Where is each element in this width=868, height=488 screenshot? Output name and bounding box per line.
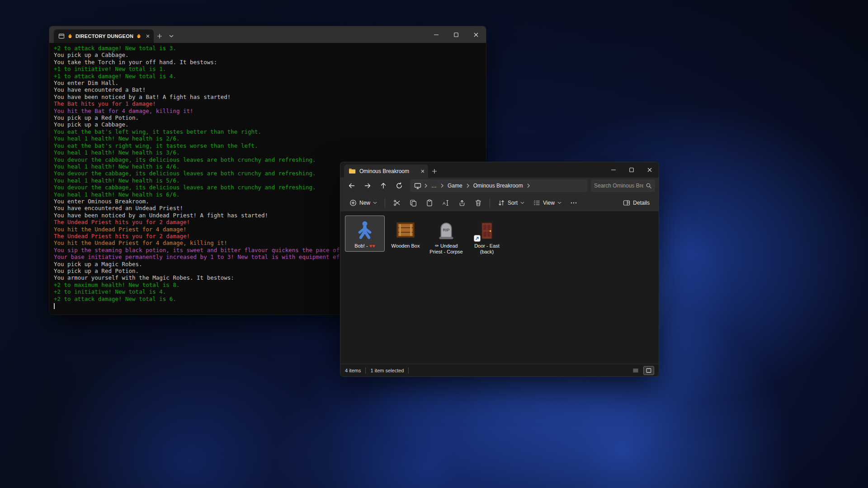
terminal-line: You pick up a Red Potion.: [54, 114, 481, 121]
chevron-right-icon: [424, 183, 428, 188]
file-item-label: Door - East (back): [468, 243, 505, 255]
close-icon: [647, 168, 652, 172]
terminal-app-icon: [58, 33, 65, 39]
close-icon: [146, 34, 150, 38]
file-item-label: ⚰ Undead Priest - Corpse: [428, 243, 465, 255]
terminal-tab-close-button[interactable]: [146, 34, 150, 38]
chevron-down-icon: [373, 202, 377, 204]
search-icon: [646, 183, 652, 189]
scissors-icon: [393, 199, 401, 206]
details-button[interactable]: Details: [619, 196, 653, 210]
plus-icon: [157, 34, 162, 38]
maximize-icon: [454, 33, 458, 37]
maximize-button[interactable]: [623, 162, 641, 178]
file-item-wooden-box[interactable]: Wooden Box: [386, 216, 425, 252]
close-button[interactable]: [466, 26, 486, 43]
rename-button[interactable]: A: [438, 196, 453, 210]
status-divider: [408, 367, 409, 374]
explorer-status-bar: 4 items 1 item selected: [340, 364, 659, 376]
terminal-line: You eat the bat's left wing, it tastes b…: [54, 128, 481, 135]
terminal-line: +1 to attack damage! New total is 4.: [54, 73, 481, 80]
status-view-toggles: [630, 366, 654, 375]
terminal-tab-dropdown-button[interactable]: [165, 29, 177, 43]
file-item-bob[interactable]: Bob! -♥♥: [345, 216, 385, 252]
view-icon: [533, 199, 540, 206]
terminal-titlebar[interactable]: DIRECTORY DUNGEON: [49, 26, 486, 43]
back-button[interactable]: [344, 179, 359, 192]
terminal-new-tab-button[interactable]: [154, 29, 165, 43]
paste-button[interactable]: [422, 196, 437, 210]
terminal-line: +2 to attack damage! New total is 3.: [54, 45, 481, 52]
folder-icon: [349, 168, 356, 174]
minimize-icon: [434, 33, 439, 37]
arrow-right-icon: [364, 182, 371, 189]
paste-icon: [426, 199, 433, 206]
flame-icon: [68, 33, 72, 39]
forward-button[interactable]: [360, 179, 375, 192]
copy-button[interactable]: [406, 196, 420, 210]
chevron-right-icon: [526, 183, 531, 188]
minimize-button[interactable]: [604, 162, 623, 178]
file-item-label: Bob! -♥♥: [354, 243, 375, 249]
sort-button[interactable]: Sort: [494, 196, 528, 210]
details-pane-icon: [623, 199, 630, 206]
chevron-right-icon: [466, 183, 470, 188]
cut-button[interactable]: [389, 196, 404, 210]
terminal-line: You have encountered a Bat!: [54, 86, 481, 93]
up-button[interactable]: [376, 179, 391, 192]
more-options-button[interactable]: [566, 196, 581, 210]
svg-text:RIP: RIP: [443, 228, 449, 232]
shortcut-arrow-badge: [474, 235, 480, 241]
explorer-tab[interactable]: Ominous Breakroom: [344, 164, 428, 178]
explorer-caption-buttons: [604, 162, 659, 178]
trash-icon: [475, 199, 482, 206]
details-view-toggle[interactable]: [630, 366, 641, 375]
selection-count: 1 item selected: [370, 368, 404, 373]
terminal-line: You pick up a Cabbage.: [54, 121, 481, 128]
terminal-cursor: [54, 303, 55, 309]
view-button[interactable]: View: [529, 196, 565, 210]
file-item-label: Wooden Box: [392, 243, 420, 249]
rename-icon: A: [442, 199, 449, 206]
copy-icon: [410, 199, 417, 206]
share-button[interactable]: [454, 196, 469, 210]
sort-button-label: Sort: [508, 200, 518, 206]
file-item-door-east[interactable]: Door - East (back): [467, 216, 507, 258]
close-icon: [474, 33, 478, 37]
search-input[interactable]: [594, 183, 643, 189]
share-icon: [458, 199, 466, 206]
chevron-down-icon: [169, 35, 174, 38]
chevron-down-icon: [557, 202, 561, 204]
terminal-tab[interactable]: DIRECTORY DUNGEON: [54, 29, 154, 43]
file-item-undead-priest-corpse[interactable]: RIP ⚰ Undead Priest - Corpse: [426, 216, 466, 258]
breadcrumb-segment-current[interactable]: Ominous Breakroom: [472, 183, 524, 189]
toolbar-divider: [385, 198, 385, 207]
refresh-icon: [396, 182, 403, 189]
maximize-icon: [629, 168, 634, 172]
explorer-new-tab-button[interactable]: [428, 164, 441, 178]
breadcrumb-device-button[interactable]: [414, 183, 422, 189]
breadcrumb-segment-game[interactable]: Game: [446, 183, 464, 189]
plus-circle-icon: [349, 199, 357, 206]
explorer-titlebar[interactable]: Ominous Breakroom: [340, 162, 659, 178]
monitor-icon: [414, 183, 421, 189]
close-button[interactable]: [641, 162, 659, 178]
arrow-up-icon: [380, 182, 387, 189]
minimize-button[interactable]: [426, 26, 446, 43]
large-icons-view-toggle[interactable]: [643, 366, 654, 375]
terminal-line: You heal 1 health! New health is 3/6.: [54, 149, 481, 156]
gravestone-icon: RIP: [435, 219, 458, 241]
explorer-tab-close-button[interactable]: [421, 169, 425, 173]
explorer-file-list: Bob! -♥♥ Wooden Box: [340, 212, 659, 364]
breadcrumb-overflow-button[interactable]: …: [430, 183, 438, 189]
maximize-button[interactable]: [446, 26, 466, 43]
thumbnail-view-icon: [646, 367, 652, 374]
refresh-button[interactable]: [392, 179, 406, 192]
status-divider: [365, 367, 366, 374]
delete-button[interactable]: [471, 196, 486, 210]
terminal-line: You have been noticed by a Bat! A fight …: [54, 94, 481, 100]
search-box: [591, 179, 655, 192]
new-button[interactable]: New: [346, 196, 381, 210]
flame-icon: [137, 33, 141, 39]
breadcrumb: … Game Ominous Breakroom: [410, 179, 587, 192]
